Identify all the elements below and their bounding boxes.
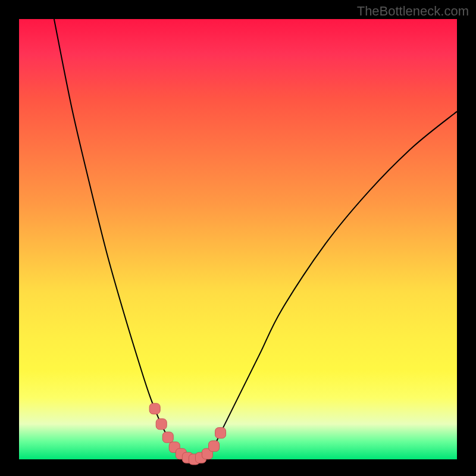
curve-marker: [149, 403, 160, 414]
bottleneck-curve: [54, 19, 457, 459]
chart-plot-area: [19, 19, 457, 459]
curve-marker: [156, 419, 167, 430]
watermark-text: TheBottleneck.com: [357, 4, 469, 19]
marker-group: [149, 403, 226, 465]
curve-marker: [215, 428, 226, 439]
curve-marker: [162, 432, 173, 443]
bottleneck-curve-svg: [19, 19, 457, 459]
curve-marker: [209, 441, 220, 452]
